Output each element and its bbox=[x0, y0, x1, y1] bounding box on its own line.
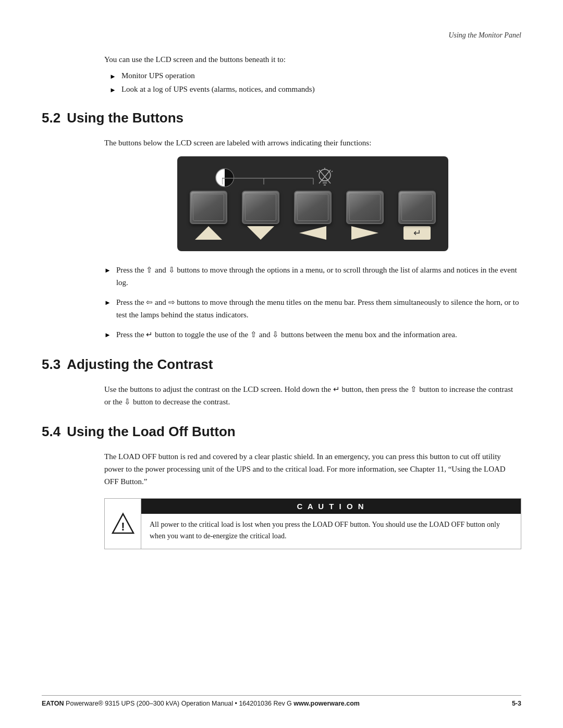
footer-brand: EATON bbox=[42, 700, 64, 707]
svg-text:!: ! bbox=[121, 520, 125, 533]
arrow-enter-icon: ↵ bbox=[403, 226, 431, 240]
btn-down-unit bbox=[242, 191, 279, 240]
arrow-up-icon bbox=[195, 226, 222, 240]
bullet-52-2-text: Press the ⇦ and ⇨ buttons to move throug… bbox=[116, 296, 521, 321]
btn-right-unit bbox=[346, 191, 384, 240]
bullet-arrow-icon: ► bbox=[109, 86, 116, 94]
bullet-52-3: ► Press the ↵ button to toggle the use o… bbox=[104, 328, 521, 341]
section-52-intro: The buttons below the LCD screen are lab… bbox=[104, 137, 521, 149]
arrow-left-icon bbox=[299, 226, 326, 240]
intro-section: You can use the LCD screen and the butto… bbox=[104, 55, 521, 94]
arrow-down-icon bbox=[247, 226, 274, 240]
intro-bullet-1: ► Monitor UPS operation bbox=[109, 71, 521, 81]
btn-right bbox=[346, 191, 384, 224]
section-53-text: Use the buttons to adjust the contrast o… bbox=[104, 383, 521, 408]
btn-enter bbox=[398, 191, 436, 224]
footer-website: www.powerware.com bbox=[293, 700, 360, 707]
bullet-52-2: ► Press the ⇦ and ⇨ buttons to move thro… bbox=[104, 296, 521, 321]
intro-bullet-1-text: Monitor UPS operation bbox=[121, 71, 195, 80]
intro-bullet-2: ► Look at a log of UPS events (alarms, n… bbox=[109, 85, 521, 94]
bullet-arrow-icon: ► bbox=[109, 72, 116, 81]
intro-bullet-2-text: Look at a log of UPS events (alarms, not… bbox=[121, 85, 315, 94]
section-52-bullets: ► Press the ⇧ and ⇩ buttons to move thro… bbox=[104, 264, 521, 341]
caution-content: C A U T I O N All power to the critical … bbox=[141, 499, 521, 549]
btn-up bbox=[190, 191, 227, 224]
caution-triangle-icon: ! bbox=[112, 512, 134, 535]
caution-text: All power to the critical load is lost w… bbox=[141, 514, 521, 549]
footer-page-number: 5-3 bbox=[512, 700, 521, 707]
buttons-row: ↵ bbox=[190, 191, 436, 240]
caution-box: ! C A U T I O N All power to the critica… bbox=[104, 498, 521, 549]
bullet-icon: ► bbox=[104, 330, 111, 341]
btn-down bbox=[242, 191, 279, 224]
bullet-icon: ► bbox=[104, 298, 111, 309]
section-53-body: Use the buttons to adjust the contrast o… bbox=[104, 383, 521, 408]
intro-bullets: ► Monitor UPS operation ► Look at a log … bbox=[109, 71, 521, 94]
section-54-body: The LOAD OFF button is red and covered b… bbox=[104, 450, 521, 549]
svg-line-3 bbox=[332, 171, 333, 172]
btn-left bbox=[294, 191, 332, 224]
intro-text: You can use the LCD screen and the butto… bbox=[104, 55, 521, 64]
button-panel-illustration: ↵ bbox=[177, 156, 448, 251]
page-footer: EATON Powerware® 9315 UPS (200–300 kVA) … bbox=[42, 695, 521, 707]
header-title: Using the Monitor Panel bbox=[448, 31, 521, 39]
btn-left-unit bbox=[294, 191, 332, 240]
section-54-heading: 5.4Using the Load Off Button bbox=[42, 424, 521, 440]
page: Using the Monitor Panel You can use the … bbox=[0, 0, 563, 728]
section-53-heading: 5.3Adjusting the Contrast bbox=[42, 356, 521, 373]
btn-up-unit bbox=[190, 191, 227, 240]
section-52-body: The buttons below the LCD screen are lab… bbox=[104, 137, 521, 341]
btn-enter-unit: ↵ bbox=[398, 191, 436, 240]
bullet-52-3-text: Press the ↵ button to toggle the use of … bbox=[116, 328, 521, 341]
footer-left: EATON Powerware® 9315 UPS (200–300 kVA) … bbox=[42, 700, 360, 707]
bullet-52-1-text: Press the ⇧ and ⇩ buttons to move throug… bbox=[116, 264, 521, 289]
caution-icon-column: ! bbox=[105, 499, 141, 549]
section-54-text: The LOAD OFF button is red and covered b… bbox=[104, 450, 521, 488]
footer-text: Powerware® 9315 UPS (200–300 kVA) Operat… bbox=[66, 700, 360, 707]
caution-header: C A U T I O N bbox=[141, 499, 521, 514]
bullet-52-1: ► Press the ⇧ and ⇩ buttons to move thro… bbox=[104, 264, 521, 289]
connector-wire-svg bbox=[222, 177, 358, 188]
bullet-icon: ► bbox=[104, 265, 111, 276]
arrow-right-icon bbox=[351, 226, 378, 240]
svg-line-4 bbox=[317, 171, 318, 172]
page-header: Using the Monitor Panel bbox=[42, 31, 521, 40]
section-52-heading: 5.2Using the Buttons bbox=[42, 110, 521, 126]
